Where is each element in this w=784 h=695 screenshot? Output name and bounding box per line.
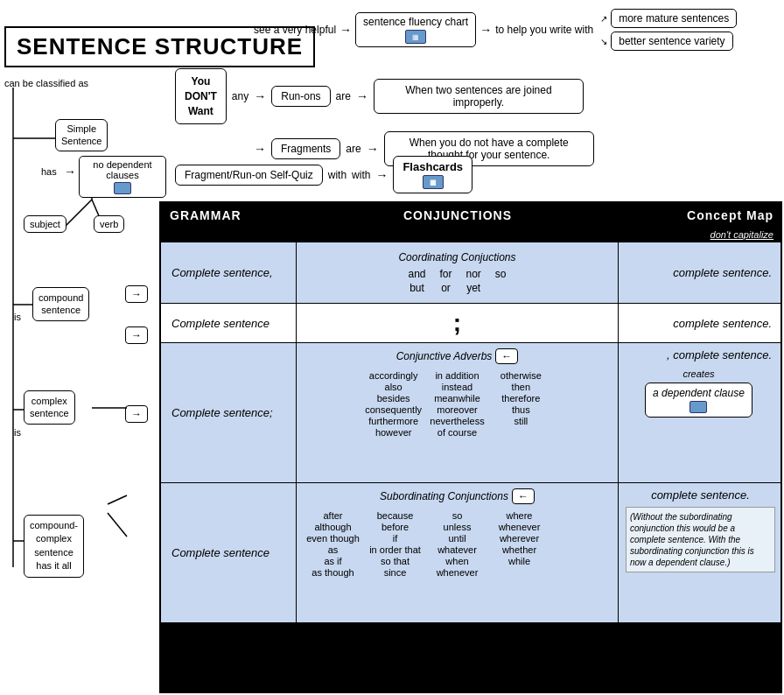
simple-sentence-node: Simple Sentence	[55, 119, 108, 151]
compound-node: compound sentence	[32, 287, 89, 321]
arrow-right-1: →	[340, 23, 352, 37]
to-help-text: to help you write with	[495, 24, 593, 36]
arrow-right-2: →	[480, 23, 492, 37]
are-run: are	[336, 90, 351, 102]
you-dont-box: You DON'T Want	[175, 68, 227, 124]
with-label: with	[328, 169, 346, 181]
row1-right: complete sentence.	[619, 242, 780, 303]
run-ons-box: Run-ons	[271, 86, 330, 107]
row1-left: Complete sentence,	[161, 242, 297, 303]
row2-mid: ;	[297, 304, 619, 342]
dont-capitalize: don't capitalize	[161, 228, 780, 242]
row2-right: complete sentence.	[619, 304, 780, 342]
flashcards-box[interactable]: Flashcards ▦	[393, 156, 472, 193]
row1-mid: Coordinating Conjuctions and but for or …	[297, 242, 619, 303]
row4-left: Complete sentence	[161, 483, 297, 622]
row3-left: Complete sentence;	[161, 343, 297, 482]
see-text: see a very helpful	[254, 24, 336, 36]
are-frag: are	[346, 143, 360, 155]
is-complex: is	[14, 427, 21, 438]
row4-mid: Subordinating Conjunctions ← afterbecaus…	[297, 483, 619, 622]
row2-left: Complete sentence	[161, 304, 297, 342]
arrow-box-compound-1: →	[125, 285, 148, 303]
any-label: any	[232, 90, 248, 102]
quiz-box[interactable]: Fragment/Run-on Self-Quiz	[175, 165, 323, 186]
dep-clause-box: a dependent clause	[645, 383, 752, 418]
row3-right: , complete sentence. creates a dependent…	[619, 343, 780, 482]
compound-complex-node: compound- complex sentence has it all	[24, 515, 84, 578]
arrow-box-compound-2: →	[125, 326, 148, 344]
conj-adverb-back-btn[interactable]: ←	[495, 348, 518, 364]
row3-mid: Conjunctive Adverbs ← accordinglyin addi…	[297, 343, 619, 482]
row4-right: complete sentence. (Without the subordin…	[619, 483, 780, 622]
arrow-has: →	[64, 165, 76, 179]
sub-conj-back-btn[interactable]: ←	[512, 488, 535, 504]
subject-node: subject	[24, 215, 66, 233]
grammar-title: GRAMMAR	[161, 207, 297, 224]
mature-box: more mature sentences	[611, 9, 737, 28]
conjunctions-title: CONJUNCTIONS	[297, 207, 619, 224]
variety-box: better sentence variety	[611, 32, 732, 51]
run-ons-desc: When two sentences are joined improperly…	[374, 79, 584, 114]
no-dep-clauses: no dependent clauses	[79, 156, 166, 198]
chart-box[interactable]: sentence fluency chart ▦	[355, 12, 476, 47]
is-compound: is	[14, 312, 21, 322]
grammar-table: GRAMMAR CONJUNCTIONS Concept Map don't c…	[159, 201, 782, 693]
complex-node: complex sentence	[24, 390, 75, 425]
arrow-box-complex: →	[125, 405, 148, 423]
verb-node: verb	[94, 215, 124, 233]
arrow-runons: →	[254, 89, 266, 103]
creates-label: creates	[682, 369, 714, 379]
without-note: (Without the subordinating conjunction t…	[626, 507, 775, 572]
concept-map-title: Concept Map	[619, 207, 780, 224]
has-label: has	[41, 166, 57, 177]
